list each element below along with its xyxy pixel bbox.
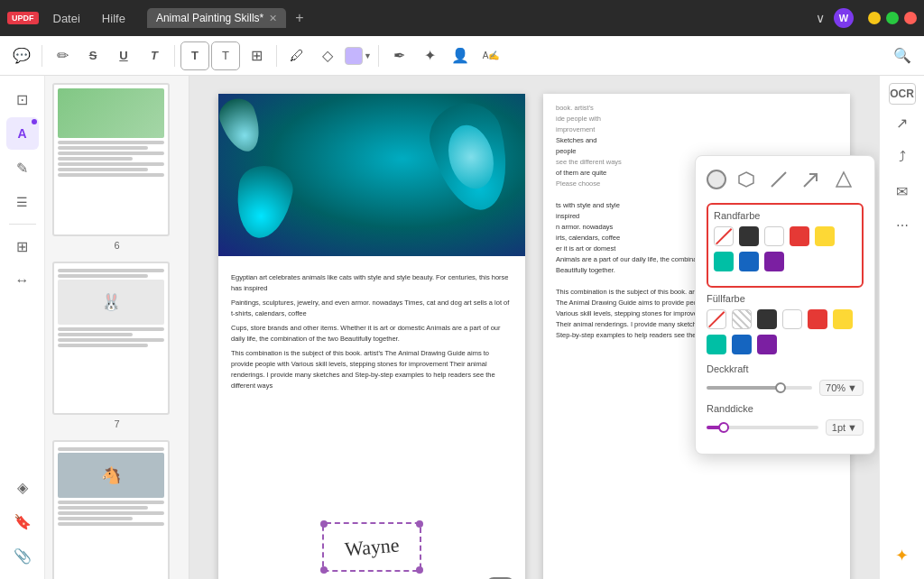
attachment-tool[interactable]: 📎 bbox=[6, 539, 39, 572]
bookmark-tool[interactable]: 🔖 bbox=[6, 505, 39, 538]
maximize-button[interactable]: □ bbox=[886, 12, 899, 24]
border-width-section: Randdicke 1pt ▼ bbox=[707, 403, 864, 436]
menu-hilfe[interactable]: Hilfe bbox=[95, 12, 133, 25]
tab-animal-painting[interactable]: Animal Painting Skills* ✕ bbox=[147, 8, 286, 28]
fill-color-black[interactable] bbox=[757, 309, 777, 329]
ocr-tool[interactable]: OCR bbox=[889, 83, 916, 105]
border-color-yellow[interactable] bbox=[815, 226, 835, 246]
edit-tool[interactable]: ✎ bbox=[6, 152, 39, 184]
border-color-teal[interactable] bbox=[714, 252, 734, 271]
signature-text-button[interactable]: A✍ bbox=[476, 41, 505, 70]
more-tool[interactable]: ⋯ bbox=[886, 209, 919, 242]
pdf-para-4: This combination is the subject of this … bbox=[231, 348, 513, 391]
eraser-button[interactable]: ✒ bbox=[384, 41, 413, 70]
email-tool[interactable]: ✉ bbox=[886, 175, 919, 207]
organize-tool[interactable]: ⊞ bbox=[6, 230, 39, 262]
thumb-rabbit-img: 🐰 bbox=[58, 280, 164, 325]
thumb-line bbox=[58, 501, 164, 504]
text-frame-button[interactable]: ⊞ bbox=[242, 41, 271, 70]
user-avatar[interactable]: W bbox=[834, 8, 854, 28]
border-color-transparent[interactable] bbox=[714, 226, 734, 246]
tab-add-button[interactable]: + bbox=[290, 10, 309, 26]
view-tool[interactable]: ⊡ bbox=[6, 83, 39, 115]
fill-color-diagonal[interactable] bbox=[732, 309, 752, 329]
tab-close-icon[interactable]: ✕ bbox=[269, 13, 277, 24]
search-button[interactable]: 🔍 bbox=[888, 41, 917, 70]
underline-button[interactable]: U bbox=[109, 41, 138, 70]
fill-color-teal[interactable] bbox=[707, 335, 726, 354]
star-button[interactable]: ✦ bbox=[415, 41, 444, 70]
export-tool[interactable]: ↗ bbox=[886, 106, 919, 139]
fill-color-white[interactable] bbox=[782, 309, 802, 329]
close-button[interactable]: ✕ bbox=[904, 12, 917, 24]
fill-color-blue[interactable] bbox=[732, 335, 752, 354]
opacity-slider-thumb[interactable] bbox=[775, 382, 786, 393]
person-button[interactable]: 👤 bbox=[446, 41, 475, 70]
share-tool[interactable]: ⤴ bbox=[886, 141, 919, 173]
hexagon-icon bbox=[737, 170, 755, 188]
opacity-label: Deckkraft bbox=[707, 363, 864, 374]
convert-tool[interactable]: ↔ bbox=[6, 264, 39, 297]
menu-datei[interactable]: Datei bbox=[46, 12, 88, 25]
color-button[interactable]: ▼ bbox=[344, 41, 373, 70]
peacock-decoration bbox=[422, 96, 520, 219]
text-box-button[interactable]: T bbox=[180, 41, 209, 70]
ai-tool[interactable]: ✦ bbox=[886, 539, 919, 572]
fill-color-row bbox=[707, 309, 864, 354]
strikethrough-button[interactable]: S bbox=[79, 41, 107, 70]
handle-tr[interactable] bbox=[416, 520, 423, 528]
right-line-2: ide people with bbox=[556, 114, 837, 124]
tab-area: Animal Painting Skills* ✕ + bbox=[147, 8, 803, 28]
toolbar-separator-4 bbox=[378, 45, 379, 67]
fill-color-red[interactable] bbox=[808, 309, 827, 329]
border-width-thumb[interactable] bbox=[718, 422, 729, 433]
toolbar-separator-3 bbox=[276, 45, 277, 67]
border-color-white[interactable] bbox=[764, 226, 784, 246]
handle-tl[interactable] bbox=[320, 520, 328, 528]
fill-color-yellow[interactable] bbox=[833, 309, 853, 329]
form-tool[interactable]: ☰ bbox=[6, 186, 39, 218]
shape-hexagon-button[interactable] bbox=[734, 167, 759, 192]
handle-bl[interactable] bbox=[320, 566, 328, 574]
shape-row bbox=[707, 167, 864, 192]
shape-arrow-button[interactable] bbox=[799, 167, 824, 192]
border-width-dropdown-icon[interactable]: ▼ bbox=[847, 422, 857, 433]
right-line-3: improvement bbox=[556, 124, 837, 135]
handle-br[interactable] bbox=[416, 566, 423, 574]
shape-line-button[interactable] bbox=[766, 167, 791, 192]
feather-2 bbox=[231, 161, 297, 242]
pencil-button[interactable]: ✏ bbox=[48, 41, 77, 70]
fill-color-transparent[interactable] bbox=[707, 309, 726, 329]
thumb-line bbox=[58, 517, 133, 520]
thumb-line bbox=[58, 157, 133, 161]
dropdown-icon[interactable]: ∨ bbox=[810, 9, 830, 27]
border-color-purple[interactable] bbox=[764, 252, 784, 271]
border-color-black[interactable] bbox=[739, 226, 759, 246]
thumbnail-page-8[interactable]: 🐴 8 bbox=[52, 440, 181, 579]
signature-box[interactable]: Wayne bbox=[322, 522, 421, 572]
layers-tool[interactable]: ◈ bbox=[6, 471, 39, 503]
thumbnail-page-7[interactable]: 🐰 7 bbox=[52, 262, 181, 429]
fill-color-purple[interactable] bbox=[757, 335, 777, 354]
thumb-content-7: 🐰 bbox=[54, 263, 168, 413]
border-color-red[interactable] bbox=[790, 226, 809, 246]
opacity-slider-track bbox=[707, 386, 812, 390]
thumb-line bbox=[58, 162, 164, 166]
minimize-button[interactable]: − bbox=[868, 12, 881, 24]
shape-circle-button[interactable] bbox=[707, 170, 726, 189]
callout-button[interactable]: T bbox=[211, 41, 240, 70]
color-picker-popup: Randfarbe bbox=[695, 155, 875, 455]
border-width-value-display: 1pt ▼ bbox=[826, 419, 864, 436]
shape-button[interactable]: ◇ bbox=[313, 41, 342, 70]
comment-button[interactable]: 💬 bbox=[7, 41, 36, 70]
border-color-blue[interactable] bbox=[739, 252, 759, 271]
randfarbe-section: Randfarbe bbox=[707, 203, 864, 288]
triangle-icon bbox=[835, 170, 853, 188]
shape-triangle-button[interactable] bbox=[831, 167, 856, 192]
pdf-page-left: Egyptian art celebrates animals like cat… bbox=[218, 94, 525, 579]
text-button[interactable]: T bbox=[140, 41, 169, 70]
thumbnail-page-6[interactable]: 6 bbox=[52, 83, 181, 251]
annotation-tool[interactable]: A bbox=[6, 117, 39, 150]
pen-button[interactable]: 🖊 bbox=[282, 41, 311, 70]
opacity-dropdown-icon[interactable]: ▼ bbox=[847, 382, 857, 393]
